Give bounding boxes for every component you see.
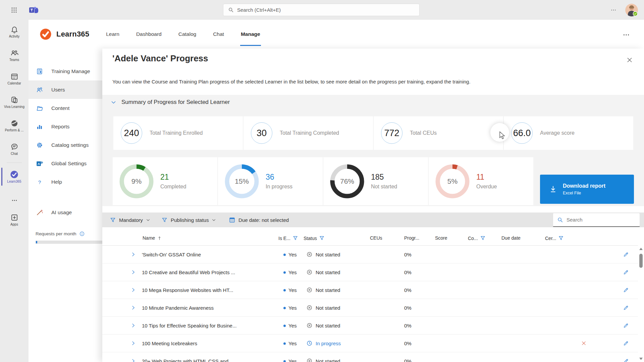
info-icon[interactable] bbox=[79, 231, 85, 237]
waffle-menu-icon[interactable] bbox=[7, 3, 21, 17]
sidebar-item-help[interactable]: ?Help bbox=[29, 173, 102, 191]
rail-more-icon[interactable] bbox=[0, 193, 29, 208]
column-header-status[interactable]: Status bbox=[304, 235, 325, 241]
table-row[interactable]: 10 Mega Responsive Websites with HT...Ye… bbox=[102, 281, 638, 299]
rail-item-perform[interactable]: Perform & ... bbox=[0, 114, 29, 137]
column-header-label: Name bbox=[143, 235, 155, 241]
table-row[interactable]: 100 Meeting IcebreakersYesIn progress0% bbox=[102, 335, 638, 352]
column-header-score[interactable]: Score bbox=[435, 235, 447, 241]
header-more-options-icon[interactable] bbox=[623, 31, 630, 39]
column-header-progr[interactable]: Progr... bbox=[404, 235, 419, 241]
sidebar-item-reports[interactable]: Reports bbox=[29, 117, 102, 136]
expand-chevron-icon[interactable] bbox=[131, 252, 136, 257]
table-row[interactable]: 10 Minute Pandemic AwarenessYesNot start… bbox=[102, 299, 638, 317]
stat-value-circle: 240 bbox=[121, 122, 142, 144]
table-row[interactable]: 'Switch-On' GSSAT OnlineYesNot started0% bbox=[102, 246, 638, 263]
donut-text: 185Not started bbox=[371, 173, 397, 190]
expand-chevron-icon[interactable] bbox=[131, 270, 136, 275]
filter-mandatory[interactable]: Mandatory bbox=[110, 213, 150, 227]
scrollbar-thumb[interactable] bbox=[639, 254, 643, 268]
sidebar-item-global-settings[interactable]: AGlobal Settings bbox=[29, 154, 102, 173]
column-header-label: Is E... bbox=[278, 236, 290, 241]
teams-search-input[interactable] bbox=[223, 4, 420, 16]
status-cell: Not started bbox=[306, 305, 340, 311]
column-header-ceus[interactable]: CEUs bbox=[370, 235, 382, 241]
edit-pencil-icon[interactable] bbox=[623, 251, 629, 258]
app-navigation: LearnDashboardCatalogChatManage bbox=[105, 28, 261, 40]
scroll-up-icon[interactable] bbox=[639, 248, 643, 250]
nav-item-catalog[interactable]: Catalog bbox=[178, 28, 197, 40]
nav-item-dashboard[interactable]: Dashboard bbox=[136, 28, 162, 40]
stat-card-average-score: 66.0Average score bbox=[504, 116, 633, 150]
table-row[interactable]: 20+ Web Projects with HTML CSS and ...Ye… bbox=[102, 352, 638, 362]
calendar-icon bbox=[10, 72, 19, 81]
filter-funnel-icon[interactable] bbox=[558, 235, 564, 241]
download-icon bbox=[549, 185, 557, 194]
edit-pencil-icon[interactable] bbox=[623, 322, 629, 329]
column-header-cer[interactable]: Cer... bbox=[545, 235, 564, 241]
expand-chevron-icon[interactable] bbox=[131, 305, 136, 310]
sidebar-item-content[interactable]: Content bbox=[29, 99, 102, 117]
gear-icon bbox=[36, 141, 43, 149]
summary-collapse-header[interactable]: Summary of Progress for Selected Learner bbox=[111, 99, 230, 106]
expand-chevron-icon[interactable] bbox=[131, 288, 136, 293]
nav-item-manage[interactable]: Manage bbox=[240, 28, 261, 40]
rail-item-calendar[interactable]: Calendar bbox=[0, 67, 29, 90]
progress-value: 0% bbox=[404, 323, 412, 328]
filter-funnel-icon[interactable] bbox=[292, 235, 298, 241]
column-header-label: Cer... bbox=[545, 236, 556, 241]
sidebar-item-catalog-settings[interactable]: Catalog settings bbox=[29, 136, 102, 154]
teams-more-options-icon[interactable] bbox=[610, 7, 616, 13]
user-avatar[interactable] bbox=[625, 4, 638, 16]
filter-funnel-icon[interactable] bbox=[480, 235, 486, 241]
rail-item-apps[interactable]: Apps bbox=[0, 208, 29, 231]
scroll-down-icon[interactable] bbox=[639, 358, 643, 360]
rail-item-activity[interactable]: Activity bbox=[0, 20, 29, 43]
expand-chevron-icon[interactable] bbox=[131, 341, 136, 346]
sidebar-item-users[interactable]: Users bbox=[29, 80, 102, 99]
sort-ascending-icon bbox=[157, 236, 162, 241]
edit-pencil-icon[interactable] bbox=[623, 269, 629, 276]
teams-logo-icon[interactable] bbox=[29, 6, 38, 14]
edit-pencil-icon[interactable] bbox=[623, 287, 629, 293]
rail-item-chat[interactable]: Chat bbox=[0, 137, 29, 161]
calendar-icon bbox=[229, 217, 235, 223]
table-search-input[interactable] bbox=[553, 213, 640, 227]
edit-pencil-icon[interactable] bbox=[623, 340, 629, 347]
stat-label: Total Training Completed bbox=[280, 130, 339, 136]
close-icon[interactable] bbox=[626, 56, 634, 64]
download-report-button[interactable]: Download report Excel File bbox=[540, 175, 634, 204]
column-header-is-e[interactable]: Is E... bbox=[278, 235, 298, 241]
rail-item-learn365[interactable]: Learn365 bbox=[0, 165, 29, 188]
summary-section: Summary of Progress for Selected Learner… bbox=[102, 95, 644, 206]
expand-chevron-icon[interactable] bbox=[131, 323, 136, 328]
nav-item-learn[interactable]: Learn bbox=[105, 28, 120, 40]
column-header-label: Co... bbox=[468, 236, 478, 241]
nav-item-chat[interactable]: Chat bbox=[212, 28, 225, 40]
sidebar-item-training-manage[interactable]: Training Manage bbox=[29, 62, 102, 80]
column-header-label: Status bbox=[304, 236, 317, 241]
filter-due-date[interactable]: Due date: not selected bbox=[229, 213, 289, 227]
column-header-label: Score bbox=[435, 235, 447, 241]
edit-pencil-icon[interactable] bbox=[623, 358, 629, 362]
enrolled-dot-icon bbox=[283, 289, 286, 292]
sidebar-item-ai-usage[interactable]: AI usage bbox=[29, 203, 102, 222]
table-search-field[interactable] bbox=[567, 217, 634, 223]
filter-funnel-icon[interactable] bbox=[319, 235, 325, 241]
table-row[interactable]: 10 Creative and Beautiful Web Projects .… bbox=[102, 263, 638, 281]
rail-item-teams[interactable]: Teams bbox=[0, 43, 29, 67]
column-header-name[interactable]: Name bbox=[143, 235, 162, 241]
rail-item-viva-learning[interactable]: Viva Learning bbox=[0, 90, 29, 114]
course-name: 10 Creative and Beautiful Web Projects .… bbox=[142, 269, 235, 275]
table-row[interactable]: 10 Tips for Effective Speaking for Busin… bbox=[102, 317, 638, 335]
teams-search-field[interactable] bbox=[237, 7, 405, 13]
edit-pencil-icon[interactable] bbox=[623, 305, 629, 311]
filter-due-date-label: Due date: not selected bbox=[238, 217, 289, 223]
filter-mandatory-label: Mandatory bbox=[119, 217, 143, 223]
table-scrollbar[interactable] bbox=[639, 246, 644, 361]
column-header-due-date[interactable]: Due date bbox=[501, 235, 521, 241]
expand-chevron-icon[interactable] bbox=[131, 359, 136, 362]
column-header-co[interactable]: Co... bbox=[468, 235, 486, 241]
filter-publishing-status[interactable]: Publishing status bbox=[161, 213, 216, 227]
cancel-enrollment-icon[interactable] bbox=[581, 341, 587, 346]
